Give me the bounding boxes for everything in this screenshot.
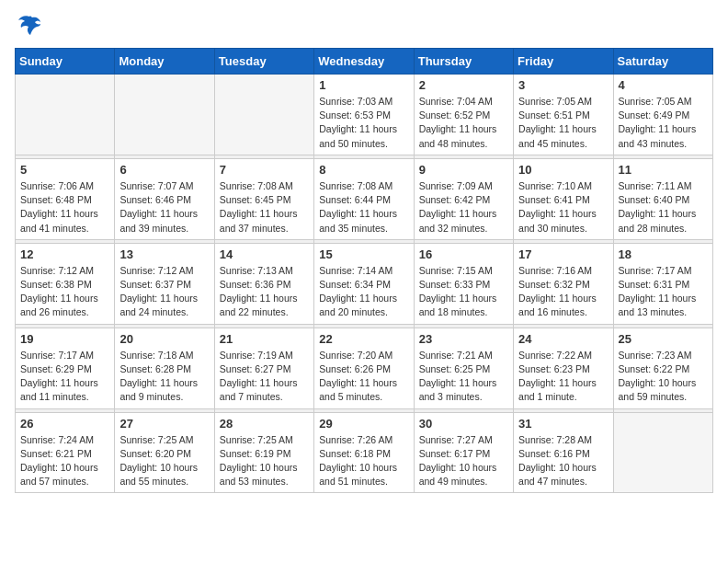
day-number: 12 [20, 247, 109, 261]
calendar-cell: 14Sunrise: 7:13 AMSunset: 6:36 PMDayligh… [214, 243, 313, 324]
day-info: Sunrise: 7:23 AMSunset: 6:22 PMDaylight:… [619, 349, 708, 405]
day-info: Sunrise: 7:10 AMSunset: 6:41 PMDaylight:… [518, 179, 608, 236]
calendar-header-row: SundayMondayTuesdayWednesdayThursdayFrid… [16, 49, 713, 75]
day-number: 29 [319, 417, 408, 431]
calendar-table: SundayMondayTuesdayWednesdayThursdayFrid… [15, 48, 713, 493]
day-info: Sunrise: 7:16 AMSunset: 6:32 PMDaylight:… [518, 264, 608, 320]
day-number: 23 [419, 332, 508, 346]
calendar-cell: 15Sunrise: 7:14 AMSunset: 6:34 PMDayligh… [314, 243, 414, 324]
day-info: Sunrise: 7:19 AMSunset: 6:27 PMDaylight:… [220, 349, 309, 405]
day-info: Sunrise: 7:25 AMSunset: 6:20 PMDaylight:… [119, 433, 209, 489]
calendar-cell: 5Sunrise: 7:06 AMSunset: 6:48 PMDaylight… [16, 158, 115, 239]
day-number: 17 [518, 247, 608, 261]
calendar-cell [214, 75, 313, 155]
day-number: 8 [319, 163, 408, 177]
day-number: 21 [220, 332, 309, 346]
calendar-week-row: 19Sunrise: 7:17 AMSunset: 6:29 PMDayligh… [16, 327, 713, 408]
calendar-cell: 26Sunrise: 7:24 AMSunset: 6:21 PMDayligh… [16, 412, 115, 493]
calendar-cell: 27Sunrise: 7:25 AMSunset: 6:20 PMDayligh… [115, 412, 214, 493]
day-info: Sunrise: 7:15 AMSunset: 6:33 PMDaylight:… [419, 264, 508, 320]
day-number: 20 [119, 332, 209, 346]
day-number: 7 [220, 163, 309, 177]
calendar-cell: 9Sunrise: 7:09 AMSunset: 6:42 PMDaylight… [414, 158, 513, 239]
day-info: Sunrise: 7:14 AMSunset: 6:34 PMDaylight:… [319, 264, 408, 320]
day-number: 27 [119, 417, 209, 431]
calendar-week-row: 5Sunrise: 7:06 AMSunset: 6:48 PMDaylight… [16, 158, 713, 239]
column-header-tuesday: Tuesday [214, 49, 313, 75]
day-info: Sunrise: 7:03 AMSunset: 6:53 PMDaylight:… [319, 95, 408, 151]
day-info: Sunrise: 7:06 AMSunset: 6:48 PMDaylight:… [20, 179, 109, 236]
day-number: 19 [20, 332, 109, 346]
day-info: Sunrise: 7:12 AMSunset: 6:38 PMDaylight:… [20, 264, 109, 320]
calendar-cell [115, 75, 214, 155]
calendar-cell: 6Sunrise: 7:07 AMSunset: 6:46 PMDaylight… [115, 158, 214, 239]
day-info: Sunrise: 7:08 AMSunset: 6:44 PMDaylight:… [319, 179, 408, 236]
day-info: Sunrise: 7:22 AMSunset: 6:23 PMDaylight:… [518, 349, 608, 405]
logo [15, 15, 42, 37]
calendar-cell: 8Sunrise: 7:08 AMSunset: 6:44 PMDaylight… [314, 158, 414, 239]
day-number: 25 [619, 332, 708, 346]
calendar-cell: 16Sunrise: 7:15 AMSunset: 6:33 PMDayligh… [414, 243, 513, 324]
calendar-week-row: 26Sunrise: 7:24 AMSunset: 6:21 PMDayligh… [16, 412, 713, 493]
day-number: 28 [220, 417, 309, 431]
calendar-cell: 1Sunrise: 7:03 AMSunset: 6:53 PMDaylight… [314, 75, 414, 155]
calendar-cell: 19Sunrise: 7:17 AMSunset: 6:29 PMDayligh… [16, 327, 115, 408]
day-info: Sunrise: 7:07 AMSunset: 6:46 PMDaylight:… [119, 179, 209, 236]
day-info: Sunrise: 7:27 AMSunset: 6:17 PMDaylight:… [419, 433, 508, 489]
day-info: Sunrise: 7:28 AMSunset: 6:16 PMDaylight:… [518, 433, 608, 489]
day-info: Sunrise: 7:08 AMSunset: 6:45 PMDaylight:… [220, 179, 309, 236]
day-number: 3 [518, 78, 608, 92]
page-header [15, 15, 713, 37]
day-number: 6 [119, 163, 209, 177]
day-info: Sunrise: 7:18 AMSunset: 6:28 PMDaylight:… [119, 349, 209, 405]
day-number: 24 [518, 332, 608, 346]
day-number: 9 [419, 163, 508, 177]
column-header-wednesday: Wednesday [314, 49, 414, 75]
calendar-cell: 12Sunrise: 7:12 AMSunset: 6:38 PMDayligh… [16, 243, 115, 324]
calendar-cell: 7Sunrise: 7:08 AMSunset: 6:45 PMDaylight… [214, 158, 313, 239]
calendar-cell: 13Sunrise: 7:12 AMSunset: 6:37 PMDayligh… [115, 243, 214, 324]
logo-icon [17, 15, 42, 37]
column-header-friday: Friday [514, 49, 613, 75]
day-number: 5 [20, 163, 109, 177]
calendar-cell: 20Sunrise: 7:18 AMSunset: 6:28 PMDayligh… [115, 327, 214, 408]
day-info: Sunrise: 7:20 AMSunset: 6:26 PMDaylight:… [319, 349, 408, 405]
day-number: 13 [119, 247, 209, 261]
day-info: Sunrise: 7:05 AMSunset: 6:51 PMDaylight:… [518, 95, 608, 151]
column-header-thursday: Thursday [414, 49, 513, 75]
calendar-cell: 23Sunrise: 7:21 AMSunset: 6:25 PMDayligh… [414, 327, 513, 408]
day-number: 26 [20, 417, 109, 431]
calendar-cell: 3Sunrise: 7:05 AMSunset: 6:51 PMDaylight… [514, 75, 613, 155]
day-info: Sunrise: 7:24 AMSunset: 6:21 PMDaylight:… [20, 433, 109, 489]
day-info: Sunrise: 7:26 AMSunset: 6:18 PMDaylight:… [319, 433, 408, 489]
calendar-cell: 31Sunrise: 7:28 AMSunset: 6:16 PMDayligh… [514, 412, 613, 493]
day-number: 10 [518, 163, 608, 177]
day-number: 14 [220, 247, 309, 261]
day-number: 16 [419, 247, 508, 261]
day-number: 1 [319, 78, 408, 92]
calendar-cell: 28Sunrise: 7:25 AMSunset: 6:19 PMDayligh… [214, 412, 313, 493]
day-info: Sunrise: 7:11 AMSunset: 6:40 PMDaylight:… [619, 179, 708, 236]
day-info: Sunrise: 7:17 AMSunset: 6:29 PMDaylight:… [20, 349, 109, 405]
calendar-cell: 10Sunrise: 7:10 AMSunset: 6:41 PMDayligh… [514, 158, 613, 239]
calendar-cell: 29Sunrise: 7:26 AMSunset: 6:18 PMDayligh… [314, 412, 414, 493]
calendar-cell [16, 75, 115, 155]
calendar-cell: 25Sunrise: 7:23 AMSunset: 6:22 PMDayligh… [613, 327, 712, 408]
column-header-saturday: Saturday [613, 49, 712, 75]
day-info: Sunrise: 7:12 AMSunset: 6:37 PMDaylight:… [119, 264, 209, 320]
calendar-cell: 24Sunrise: 7:22 AMSunset: 6:23 PMDayligh… [514, 327, 613, 408]
day-number: 11 [619, 163, 708, 177]
calendar-cell: 17Sunrise: 7:16 AMSunset: 6:32 PMDayligh… [514, 243, 613, 324]
day-info: Sunrise: 7:04 AMSunset: 6:52 PMDaylight:… [419, 95, 508, 151]
calendar-cell: 4Sunrise: 7:05 AMSunset: 6:49 PMDaylight… [613, 75, 712, 155]
calendar-cell: 21Sunrise: 7:19 AMSunset: 6:27 PMDayligh… [214, 327, 313, 408]
day-number: 31 [518, 417, 608, 431]
day-info: Sunrise: 7:09 AMSunset: 6:42 PMDaylight:… [419, 179, 508, 236]
calendar-cell: 18Sunrise: 7:17 AMSunset: 6:31 PMDayligh… [613, 243, 712, 324]
calendar-week-row: 1Sunrise: 7:03 AMSunset: 6:53 PMDaylight… [16, 75, 713, 155]
calendar-cell: 22Sunrise: 7:20 AMSunset: 6:26 PMDayligh… [314, 327, 414, 408]
day-number: 15 [319, 247, 408, 261]
column-header-sunday: Sunday [16, 49, 115, 75]
day-number: 22 [319, 332, 408, 346]
day-info: Sunrise: 7:13 AMSunset: 6:36 PMDaylight:… [220, 264, 309, 320]
